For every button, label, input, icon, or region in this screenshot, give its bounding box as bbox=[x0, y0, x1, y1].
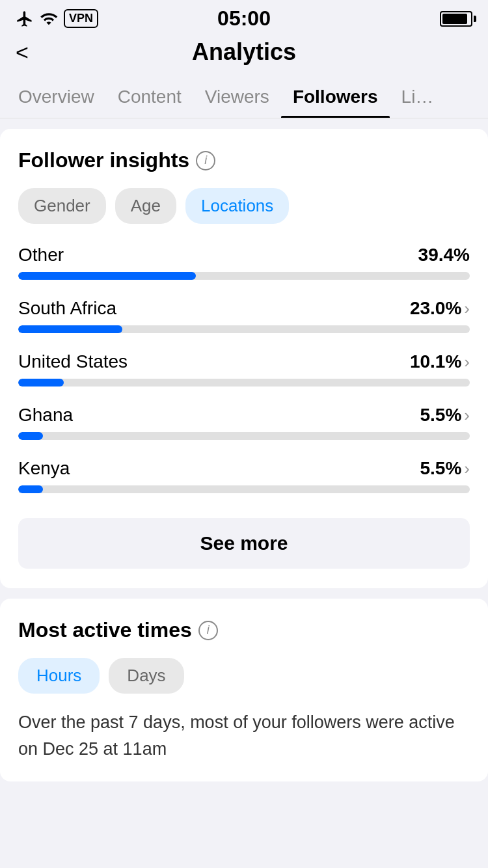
progress-track bbox=[18, 325, 470, 333]
status-icons: VPN bbox=[16, 9, 98, 28]
filter-age[interactable]: Age bbox=[115, 188, 176, 224]
location-row-ghana[interactable]: Ghana 5.5% › bbox=[18, 405, 470, 440]
filter-buttons: Gender Age Locations bbox=[18, 188, 470, 224]
tab-followers[interactable]: Followers bbox=[281, 76, 390, 118]
progress-fill bbox=[18, 432, 43, 440]
header: < Analytics bbox=[0, 32, 488, 76]
location-pct: 10.1% › bbox=[410, 351, 470, 372]
tab-content[interactable]: Content bbox=[106, 76, 193, 118]
tab-viewers[interactable]: Viewers bbox=[193, 76, 281, 118]
vpn-icon: VPN bbox=[64, 9, 98, 28]
info-icon[interactable]: i bbox=[198, 621, 218, 640]
chevron-right-icon: › bbox=[464, 352, 470, 372]
location-pct: 5.5% › bbox=[420, 405, 470, 426]
info-icon[interactable]: i bbox=[196, 151, 215, 170]
time-filter-buttons: Hours Days bbox=[18, 658, 470, 694]
progress-fill bbox=[18, 485, 43, 493]
filter-gender[interactable]: Gender bbox=[18, 188, 106, 224]
filter-locations[interactable]: Locations bbox=[185, 188, 289, 224]
location-name: United States bbox=[18, 351, 128, 372]
most-active-times-title: Most active times i bbox=[18, 618, 470, 642]
tab-live[interactable]: Li… bbox=[390, 76, 446, 118]
airplane-icon bbox=[16, 10, 34, 28]
status-time: 05:00 bbox=[217, 7, 271, 31]
location-pct: 39.4% bbox=[418, 245, 470, 265]
most-active-times-card: Most active times i Hours Days Over the … bbox=[0, 599, 488, 781]
progress-fill bbox=[18, 272, 196, 280]
chevron-right-icon: › bbox=[464, 405, 470, 426]
battery-icon bbox=[440, 11, 472, 27]
location-name: Other bbox=[18, 245, 64, 265]
location-row-kenya[interactable]: Kenya 5.5% › bbox=[18, 458, 470, 493]
progress-track bbox=[18, 379, 470, 387]
chevron-right-icon: › bbox=[464, 299, 470, 319]
back-button[interactable]: < bbox=[16, 41, 29, 63]
battery-indicator bbox=[440, 11, 472, 27]
progress-track bbox=[18, 432, 470, 440]
status-bar: VPN 05:00 bbox=[0, 0, 488, 32]
progress-fill bbox=[18, 325, 122, 333]
filter-hours[interactable]: Hours bbox=[18, 658, 100, 694]
progress-track bbox=[18, 485, 470, 493]
location-row-south-africa[interactable]: South Africa 23.0% › bbox=[18, 298, 470, 333]
location-pct: 5.5% › bbox=[420, 458, 470, 479]
location-name: Ghana bbox=[18, 405, 73, 426]
location-row-other: Other 39.4% bbox=[18, 245, 470, 280]
see-more-button[interactable]: See more bbox=[18, 518, 470, 569]
progress-fill bbox=[18, 379, 64, 387]
location-name: South Africa bbox=[18, 298, 116, 319]
wifi-icon bbox=[39, 10, 59, 28]
chevron-right-icon: › bbox=[464, 459, 470, 479]
tab-bar: Overview Content Viewers Followers Li… bbox=[0, 76, 488, 118]
progress-track bbox=[18, 272, 470, 280]
location-pct: 23.0% › bbox=[410, 298, 470, 319]
filter-days[interactable]: Days bbox=[109, 658, 183, 694]
page-title: Analytics bbox=[192, 38, 296, 66]
follower-insights-card: Follower insights i Gender Age Locations… bbox=[0, 129, 488, 588]
follower-insights-title: Follower insights i bbox=[18, 148, 470, 172]
tab-overview[interactable]: Overview bbox=[7, 76, 106, 118]
location-name: Kenya bbox=[18, 458, 70, 479]
active-times-description: Over the past 7 days, most of your follo… bbox=[18, 709, 470, 762]
location-row-united-states[interactable]: United States 10.1% › bbox=[18, 351, 470, 387]
